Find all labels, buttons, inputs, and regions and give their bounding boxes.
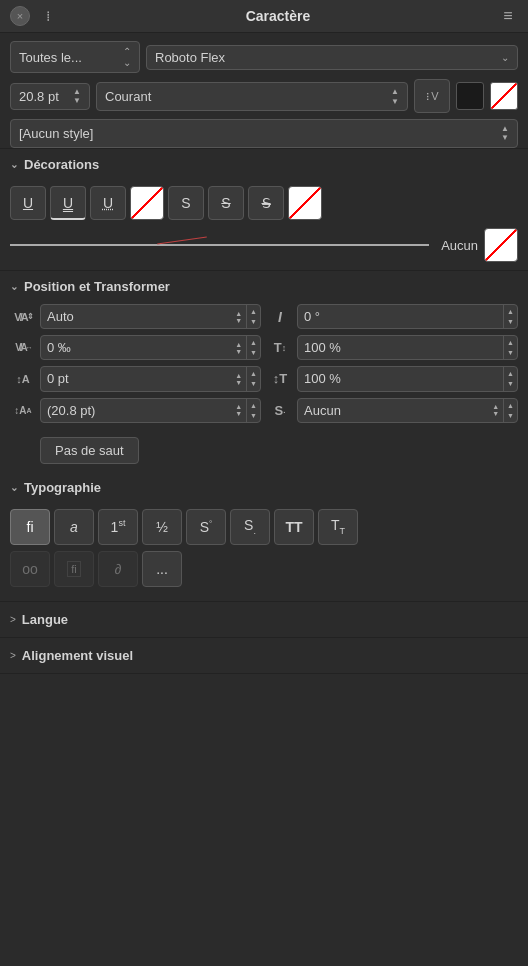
font-family-select[interactable]: Roboto Flex ⌄	[146, 45, 518, 70]
italic-angle-row: I 0 ° ▲ ▼	[267, 304, 518, 329]
vscale-value: 100 %	[298, 367, 503, 390]
opentype-field[interactable]: Aucun ▲ ▼ ▲ ▼	[297, 398, 518, 423]
titling-button[interactable]: S°	[186, 509, 226, 545]
leading-icon: ↕AA	[10, 405, 36, 416]
kerning-field[interactable]: 0 ‰ ▲ ▼ ▲ ▼	[40, 335, 261, 360]
font-style-select[interactable]: Courant ▲ ▼	[96, 82, 408, 111]
more-icon: ...	[156, 561, 168, 577]
menu-button[interactable]: ≡	[498, 6, 518, 26]
titling-icon: S°	[200, 519, 213, 535]
decoration-color-swatch[interactable]	[130, 186, 164, 220]
contextual-button: oo	[10, 551, 50, 587]
opentype-spin[interactable]: ▲ ▼	[503, 399, 517, 422]
aucun-swatch[interactable]	[484, 228, 518, 262]
decoration-slash	[157, 237, 207, 245]
small-caps-icon: TT	[331, 517, 345, 536]
vscale-field[interactable]: 100 % ▲ ▼	[297, 366, 518, 391]
baseline-spin[interactable]: ▲ ▼	[246, 367, 260, 390]
hscale-row: T↕ 100 % ▲ ▼	[267, 335, 518, 360]
leading-spin[interactable]: ▲ ▼	[246, 399, 260, 422]
position-section-header[interactable]: ⌄ Position et Transformer	[0, 271, 528, 300]
tracking-field[interactable]: Auto ▲ ▼ ▲ ▼	[40, 304, 261, 329]
ligatures-icon: fi	[27, 519, 34, 535]
tracking-select[interactable]: Auto ▲ ▼	[41, 305, 246, 328]
dotted-underline-button[interactable]: U	[90, 186, 126, 220]
fractions-icon: ½	[156, 519, 168, 535]
opentype-select[interactable]: Aucun ▲ ▼	[298, 399, 503, 422]
hscale-spin[interactable]: ▲ ▼	[503, 336, 517, 359]
leading-field[interactable]: (20.8 pt) ▲ ▼ ▲ ▼	[40, 398, 261, 423]
stylistic-sets-button: ∂	[98, 551, 138, 587]
italic-spin[interactable]: ▲ ▼	[503, 305, 517, 328]
strikethrough-button[interactable]: S	[168, 186, 204, 220]
kerning-value: 0 ‰	[47, 340, 71, 355]
leading-value: (20.8 pt)	[47, 403, 95, 418]
decorations-section-header[interactable]: ⌄ Décorations	[0, 149, 528, 178]
kerning-select[interactable]: 0 ‰ ▲ ▼	[41, 336, 246, 359]
leading-select[interactable]: (20.8 pt) ▲ ▼	[41, 399, 246, 422]
font-family-row: Toutes le... ⌃⌄ Roboto Flex ⌄	[10, 41, 518, 73]
collapse-button[interactable]: ⁞	[38, 6, 58, 26]
kerning-icon: V/A↔	[10, 342, 36, 353]
double-underline-button[interactable]: U	[50, 186, 86, 220]
chevron-down-icon: ⌄	[10, 482, 18, 493]
font-family-section: Toutes le... ⌃⌄ Roboto Flex ⌄ 20.8 pt ▲ …	[0, 33, 528, 149]
panel-title: Caractère	[66, 8, 490, 24]
chevron-down-icon: ⌄	[10, 159, 18, 170]
alignement-section[interactable]: > Alignement visuel	[0, 638, 528, 674]
hscale-field[interactable]: 100 % ▲ ▼	[297, 335, 518, 360]
typographie-section: fi a 1st ½ S° S. TT TT oo fi ∂	[0, 501, 528, 602]
ordinals-button[interactable]: 1st	[98, 509, 138, 545]
ordinals-icon: 1st	[111, 518, 126, 535]
all-caps-button[interactable]: TT	[274, 509, 314, 545]
position-fields-grid: V/A⇕ Auto ▲ ▼ ▲ ▼ I 0 °	[10, 304, 518, 423]
baseline-field[interactable]: 0 pt ▲ ▼ ▲ ▼	[40, 366, 261, 391]
font-style-value: Courant	[105, 89, 151, 104]
ligatures-button[interactable]: fi	[10, 509, 50, 545]
aucun-label: Aucun	[441, 238, 478, 253]
strikethrough2-button[interactable]: S	[208, 186, 244, 220]
pas-saut-container: Pas de saut	[10, 431, 518, 464]
text-color-swatch[interactable]	[456, 82, 484, 110]
hscale-icon: T↕	[267, 340, 293, 355]
decoration-buttons-row: U U U S S S̶	[10, 186, 518, 220]
position-title: Position et Transformer	[24, 279, 170, 294]
decoration-stroke-swatch[interactable]	[288, 186, 322, 220]
decoration-line	[10, 244, 429, 246]
opentype-row: S. Aucun ▲ ▼ ▲ ▼	[267, 398, 518, 423]
text-stroke-swatch[interactable]	[490, 82, 518, 110]
vscale-spin[interactable]: ▲ ▼	[503, 367, 517, 390]
italic-angle-icon: I	[267, 309, 293, 325]
fractions-button[interactable]: ½	[142, 509, 182, 545]
language-select[interactable]: Toutes le... ⌃⌄	[10, 41, 140, 73]
italic-angle-field[interactable]: 0 ° ▲ ▼	[297, 304, 518, 329]
stylistic-button[interactable]: S.	[230, 509, 270, 545]
style-spin-arrows: ▲ ▼	[501, 125, 509, 142]
vertical-icon-button[interactable]: ⫶V	[414, 79, 450, 113]
langue-section[interactable]: > Langue	[0, 602, 528, 638]
baseline-select[interactable]: 0 pt ▲ ▼	[41, 367, 246, 390]
pas-saut-button[interactable]: Pas de saut	[40, 437, 139, 464]
typographie-section-header[interactable]: ⌄ Typographie	[0, 472, 528, 501]
close-button[interactable]: ×	[10, 6, 30, 26]
alignement-title: Alignement visuel	[22, 648, 133, 663]
contextual-icon: oo	[22, 561, 38, 577]
font-size-button[interactable]: 20.8 pt ▲ ▼	[10, 83, 90, 110]
small-caps-button[interactable]: TT	[318, 509, 358, 545]
tracking-spin[interactable]: ▲ ▼	[246, 305, 260, 328]
double-underline-icon: U	[63, 195, 73, 211]
close-icon: ×	[17, 10, 23, 22]
swash-icon: a	[70, 519, 78, 535]
paragraph-style-select[interactable]: [Aucun style] ▲ ▼	[10, 119, 518, 148]
font-size-value: 20.8 pt	[19, 89, 59, 104]
langue-title: Langue	[22, 612, 68, 627]
tracking-row: V/A⇕ Auto ▲ ▼ ▲ ▼	[10, 304, 261, 329]
swash-button[interactable]: a	[54, 509, 94, 545]
size-up-arrow: ▲	[73, 88, 81, 96]
more-button[interactable]: ...	[142, 551, 182, 587]
underline-button[interactable]: U	[10, 186, 46, 220]
stylistic-sets-icon: ∂	[115, 561, 122, 577]
kerning-spin[interactable]: ▲ ▼	[246, 336, 260, 359]
double-strikethrough-button[interactable]: S̶	[248, 186, 284, 220]
style-down-arrow: ▼	[391, 97, 399, 106]
